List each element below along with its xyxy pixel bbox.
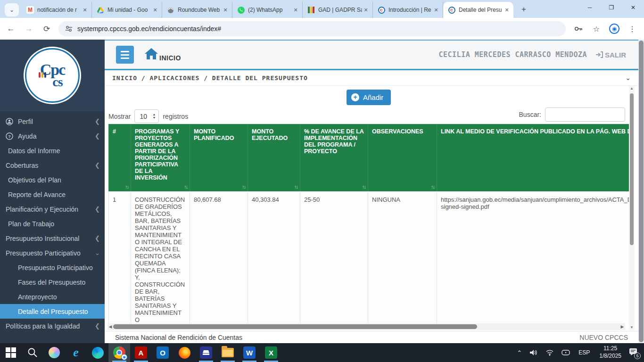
tab-close-icon[interactable]: ✕: [151, 6, 159, 14]
taskbar-internet-explorer-button[interactable]: e: [65, 343, 87, 362]
taskbar-excel-button[interactable]: X: [260, 343, 282, 362]
tab-close-icon[interactable]: ✕: [222, 6, 229, 14]
forward-button[interactable]: →: [22, 22, 36, 36]
chevron-left-icon: ❮: [93, 118, 100, 125]
cell-monto-ejecutado: 40,303.84: [248, 192, 300, 323]
vertical-scroll-thumb[interactable]: [630, 93, 634, 245]
browser-tab-gmail[interactable]: M notificación de r ✕: [22, 2, 92, 18]
chevron-left-icon: ❮: [93, 322, 100, 329]
profile-avatar-icon[interactable]: ◉: [608, 23, 620, 35]
browser-tab-introduccion[interactable]: C Introducción | Re ✕: [373, 2, 443, 18]
vertical-scrollbar[interactable]: ▲ ▼: [629, 86, 635, 330]
sidebar-item-fases-del-presupuesto[interactable]: Fases del Presupuesto: [0, 275, 105, 289]
sidebar-item-coberturas[interactable]: Coberturas ❮: [0, 158, 105, 173]
taskbar-file-explorer-button[interactable]: [217, 343, 239, 362]
taskbar-outlook-button[interactable]: O: [152, 343, 173, 362]
add-button[interactable]: + Añadir: [347, 90, 391, 105]
column-header-observaciones[interactable]: OBSERVACIONES↑↓: [368, 124, 437, 192]
reload-button[interactable]: ⟳: [40, 22, 54, 36]
search-control: Buscar:: [519, 107, 625, 122]
wifi-icon[interactable]: [545, 349, 554, 356]
sidebar-item-presupuesto-institucional[interactable]: Presupuesto Institucional ❮: [0, 231, 105, 246]
sidebar-item-presupuesto-participativo-sub[interactable]: Presupuesto Participativo: [0, 260, 105, 275]
sidebar-item-ayuda[interactable]: ? Ayuda ❮: [0, 129, 105, 143]
tab-close-icon[interactable]: ✕: [292, 6, 299, 14]
home-icon: [144, 48, 158, 62]
column-header-monto-planificado[interactable]: MONTO PLANIFICADO↑↓: [190, 124, 248, 192]
cell-monto-planificado: 80,607.68: [190, 192, 248, 323]
scroll-down-icon[interactable]: ▼: [629, 325, 635, 330]
bookmark-star-icon[interactable]: ☆: [590, 23, 603, 35]
meet-now-icon[interactable]: [561, 349, 570, 356]
scroll-left-icon[interactable]: ◀: [107, 324, 113, 329]
footer-brand: NUEVO CPCCS: [579, 334, 628, 341]
back-button[interactable]: ←: [4, 22, 18, 36]
start-button[interactable]: [0, 343, 22, 362]
tray-expand-icon[interactable]: ⌃: [517, 349, 522, 356]
site-content: INICIO CECILIA MERCEDES CARRASCO MENDOZA…: [105, 40, 638, 343]
sort-icon: ↑↓: [362, 184, 365, 189]
taskbar-acrobat-button[interactable]: A: [130, 343, 152, 362]
browser-menu-icon[interactable]: ⋮: [626, 23, 638, 35]
column-header-link[interactable]: LINK AL MEDIO DE VERIFICACIÓN PUBLICADO …: [437, 124, 629, 192]
tab-search-button[interactable]: ⌄: [5, 3, 19, 16]
tab-close-icon[interactable]: ✕: [81, 6, 89, 14]
horizontal-scroll-thumb[interactable]: [113, 324, 477, 329]
sidebar-item-politicas-para-la-igualdad[interactable]: Políticas para la Igualdad ❮: [0, 319, 105, 333]
browser-tabstrip: ⌄ M notificación de r ✕ Mi unidad - Goo …: [0, 0, 644, 18]
sidebar-item-planificacion-y-ejecucion[interactable]: Planificación y Ejecución ❮: [0, 202, 105, 216]
column-header-num[interactable]: #↑↓: [109, 124, 131, 192]
notification-center-button[interactable]: 5: [629, 348, 637, 357]
password-key-icon[interactable]: [572, 23, 585, 35]
new-tab-button[interactable]: +: [517, 3, 530, 16]
hamburger-menu-button[interactable]: [116, 46, 134, 64]
home-link[interactable]: INICIO: [144, 48, 181, 62]
close-button[interactable]: ✕: [622, 0, 644, 15]
taskbar-edge-button[interactable]: [87, 343, 108, 362]
browser-tab-gad[interactable]: GAD | GADPR Sa ✕: [303, 2, 373, 18]
column-header-monto-ejecutado[interactable]: MONTO EJECUTADO↑↓: [248, 124, 300, 192]
language-indicator[interactable]: ESP: [578, 349, 590, 356]
cell-avance: 25-50: [300, 192, 368, 323]
column-header-avance[interactable]: % DE AVANCE DE LA IMPLEMENTACIÓN DEL PRO…: [300, 124, 368, 192]
browser-scroll-thumb[interactable]: [639, 41, 644, 342]
browser-tab-drive[interactable]: Mi unidad - Goo ✕: [92, 2, 162, 18]
tab-close-icon[interactable]: ✕: [432, 6, 440, 14]
taskbar-scanner-button[interactable]: [195, 343, 217, 362]
taskbar-chrome-button[interactable]: ◉: [108, 343, 130, 362]
cpccs-icon: C: [448, 7, 455, 14]
sidebar-item-reporte-del-avance[interactable]: Reporte del Avance: [0, 187, 105, 202]
sidebar-item-presupuesto-participativo[interactable]: Presupuesto Participativo ⌄: [0, 246, 105, 260]
search-input[interactable]: [545, 107, 625, 122]
browser-scrollbar[interactable]: [638, 40, 644, 343]
horizontal-scrollbar[interactable]: ◀ ▶: [107, 323, 625, 330]
browser-tab-whatsapp[interactable]: (2) WhatsApp ✕: [232, 2, 303, 18]
scroll-up-icon[interactable]: ▲: [629, 86, 635, 91]
tab-close-icon[interactable]: ✕: [362, 6, 370, 14]
taskbar-copilot-button[interactable]: [43, 343, 65, 362]
taskbar-word-button[interactable]: W: [239, 343, 260, 362]
logout-button[interactable]: SALIR: [595, 51, 626, 59]
sidebar-item-datos-del-informe[interactable]: Datos del Informe: [0, 143, 105, 158]
tab-close-icon[interactable]: ✕: [503, 6, 511, 14]
collapse-panel-icon[interactable]: ⌄: [625, 74, 631, 82]
site-settings-icon[interactable]: [65, 25, 73, 33]
sidebar-item-perfil[interactable]: Perfil ❮: [0, 114, 105, 129]
table-viewport: #↑↓ PROGRAMAS Y PROYECTOS GENERADOS A PA…: [108, 124, 629, 323]
minimize-button[interactable]: ─: [579, 0, 601, 15]
scroll-right-icon[interactable]: ▶: [619, 324, 625, 329]
address-bar[interactable]: systempro.cpccs.gob.ec/rendicioncuentas/…: [58, 21, 566, 36]
sidebar-item-plan-de-trabajo[interactable]: Plan de Trabajo: [0, 216, 105, 231]
browser-tab-detalle-presupuesto[interactable]: C Detalle del Presu ✕: [443, 2, 513, 18]
maximize-button[interactable]: ❐: [601, 0, 622, 15]
column-header-programas[interactable]: PROGRAMAS Y PROYECTOS GENERADOS A PARTIR…: [131, 124, 190, 192]
taskbar-search-button[interactable]: [22, 343, 43, 362]
browser-tab-roundcube[interactable]: Roundcube Web ✕: [162, 2, 232, 18]
volume-icon[interactable]: [529, 349, 538, 356]
sidebar-item-objetivos-del-plan[interactable]: Objetivos del Plan: [0, 173, 105, 187]
page-size-select[interactable]: 10 ▲▼: [134, 109, 159, 123]
sidebar-item-anteproyecto[interactable]: Anteproyecto: [0, 289, 105, 304]
sidebar-item-detalle-del-presupuesto[interactable]: Detalle del Presupuesto: [0, 304, 105, 319]
taskbar-firefox-button[interactable]: [173, 343, 195, 362]
clock[interactable]: 11:25 1/8/2025: [599, 345, 621, 360]
